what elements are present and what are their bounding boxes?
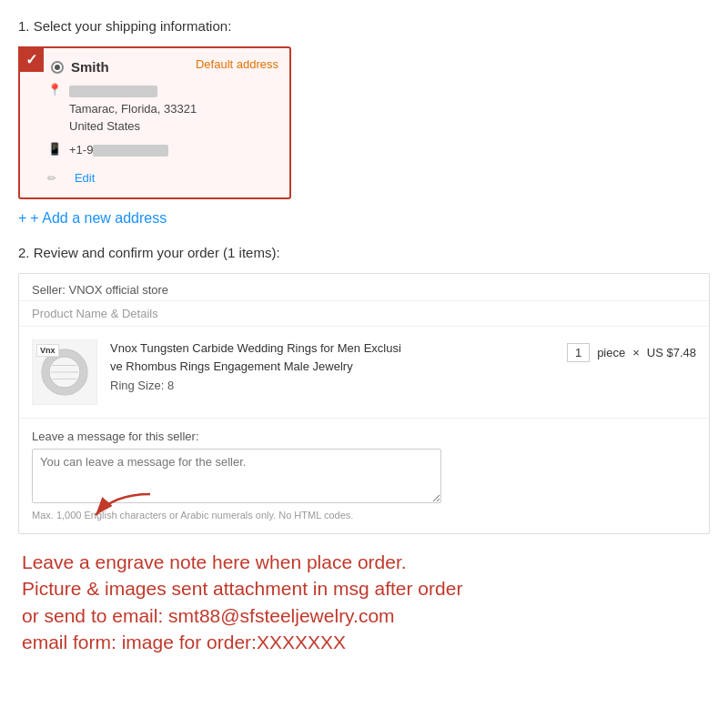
annotation-line3: or send to email: smt88@sfsteeljewelry.c… <box>22 602 710 629</box>
checkmark-badge: ✓ <box>18 46 44 72</box>
quantity-box[interactable]: 1 <box>567 343 590 362</box>
annotation-line2: Picture & images sent attachment in msg … <box>22 575 710 602</box>
pencil-icon: ✏ <box>47 172 56 185</box>
annotation-line4: email form: image for order:XXXXXXX <box>22 629 710 655</box>
section1-title: 1. Select your shipping information: <box>18 18 710 34</box>
arrow-icon <box>86 490 159 526</box>
address-street: 59█████████ Tamarac, Florida, 33321 Unit… <box>69 82 197 136</box>
quantity-unit: piece <box>597 346 625 359</box>
product-info: Vnox Tungsten Carbide Wedding Rings for … <box>110 339 554 392</box>
address-name: Smith <box>71 59 109 75</box>
order-box: Seller: VNOX official store Product Name… <box>18 273 710 534</box>
address-card: ✓ Default address Smith 📍 59█████████ Ta… <box>18 46 291 199</box>
product-title: Vnox Tungsten Carbide Wedding Rings for … <box>110 339 554 375</box>
check-icon: ✓ <box>25 51 37 68</box>
phone-icon: 📱 <box>47 142 62 156</box>
annotation-line1: Leave a engrave note here when place ord… <box>22 549 710 575</box>
cross-symbol: × <box>632 346 640 359</box>
product-image-box: Vnx <box>32 339 97 405</box>
location-icon: 📍 <box>47 83 62 96</box>
section2-title: 2. Review and confirm your order (1 item… <box>18 245 710 260</box>
annotation-block: Leave a engrave note here when place ord… <box>18 549 710 656</box>
message-section: Leave a message for this seller: Max. 1,… <box>19 419 709 533</box>
radio-button[interactable] <box>51 61 64 74</box>
price-text: US $7.48 <box>647 346 696 359</box>
seller-row: Seller: VNOX official store <box>19 274 709 301</box>
message-label: Leave a message for this seller: <box>32 430 696 443</box>
edit-link[interactable]: Edit <box>75 171 95 185</box>
default-address-badge: Default address <box>196 57 278 71</box>
product-name-header: Product Name & Details <box>32 307 158 320</box>
product-content-row: Vnx Vnox Tungsten Carbide Wedding Rings … <box>19 327 709 419</box>
product-header-row: Product Name & Details <box>19 301 709 327</box>
product-variant: Ring Size: 8 <box>110 379 554 392</box>
product-qty-price: 1 piece × US $7.48 <box>567 339 696 362</box>
vnox-logo-text: Vnx <box>36 344 59 357</box>
address-phone: +1-9█████████ <box>69 141 168 159</box>
add-address-link[interactable]: ++ Add a new address <box>18 210 710 227</box>
plus-icon: + <box>18 210 26 226</box>
